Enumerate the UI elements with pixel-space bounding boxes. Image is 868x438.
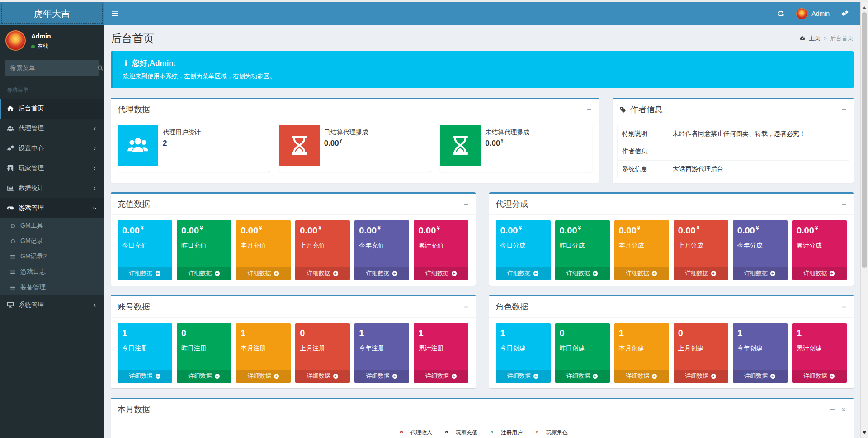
detail-data-link[interactable]: 详细数据 bbox=[414, 370, 468, 383]
detail-data-link[interactable]: 详细数据 bbox=[354, 370, 409, 383]
sidebar-search bbox=[5, 60, 99, 76]
detail-data-link[interactable]: 详细数据 bbox=[496, 370, 551, 383]
stat-value: 0.00¥ bbox=[122, 225, 168, 236]
arrow-circle-right-icon bbox=[651, 373, 657, 379]
breadcrumb-home-link[interactable] bbox=[799, 35, 806, 42]
breadcrumb-home-link[interactable]: 主页 bbox=[809, 34, 821, 43]
arrow-circle-right-icon bbox=[711, 373, 717, 379]
collapse-icon[interactable] bbox=[841, 304, 847, 310]
sidebar-item-players[interactable]: 玩家管理 bbox=[0, 158, 104, 178]
sidebar-item-home[interactable]: 后台首页 bbox=[0, 99, 104, 119]
recharge-data-box: 充值数据 0.00¥ 今日充值 详细数据 0.00¥ 昨日充值 详细数据 0.0… bbox=[111, 192, 476, 286]
stat-label: 昨日分成 bbox=[560, 242, 605, 250]
arrow-circle-right-icon bbox=[333, 373, 339, 379]
sidebar-item-equipment[interactable]: 装备管理 bbox=[0, 280, 104, 295]
detail-data-link[interactable]: 详细数据 bbox=[733, 267, 788, 280]
collapse-icon[interactable] bbox=[586, 107, 592, 113]
arrow-circle-right-icon bbox=[770, 373, 776, 379]
sidebar-item-stats[interactable]: 数据统计 bbox=[0, 178, 104, 198]
search-input[interactable] bbox=[5, 60, 97, 76]
stat-value: 0 bbox=[560, 328, 605, 338]
sidebar-item-system[interactable]: 系统管理 bbox=[0, 295, 104, 315]
detail-data-link[interactable]: 详细数据 bbox=[236, 370, 291, 383]
detail-data-link[interactable]: 详细数据 bbox=[792, 267, 847, 280]
detail-data-link[interactable]: 详细数据 bbox=[555, 370, 610, 383]
arrow-circle-right-icon bbox=[214, 271, 220, 276]
info-box: 未结算代理提成 0.00¥ bbox=[440, 125, 592, 172]
sidebar-item-agents[interactable]: 代理管理 bbox=[0, 119, 104, 138]
scroll-up-arrow-icon[interactable] bbox=[863, 6, 866, 9]
refresh-icon[interactable] bbox=[777, 10, 784, 17]
stat-label: 今日分成 bbox=[500, 242, 546, 250]
detail-data-link[interactable]: 详细数据 bbox=[496, 267, 551, 280]
stat-label: 今日注册 bbox=[122, 344, 168, 352]
sidebar-item-games[interactable]: 游戏管理 bbox=[0, 198, 104, 218]
stat-small-box: 0.00¥ 昨日充值 详细数据 bbox=[177, 220, 231, 280]
chart-legend-item[interactable]: 玩家角色 bbox=[532, 429, 568, 437]
gears-icon[interactable] bbox=[841, 10, 849, 17]
collapse-icon[interactable] bbox=[841, 107, 847, 113]
collapse-icon[interactable] bbox=[463, 304, 469, 310]
detail-data-link[interactable]: 详细数据 bbox=[792, 370, 847, 383]
stat-label: 累计充值 bbox=[418, 242, 464, 250]
circle-icon bbox=[10, 238, 16, 244]
close-icon[interactable] bbox=[841, 407, 847, 413]
detail-data-link[interactable]: 详细数据 bbox=[177, 267, 231, 280]
detail-data-link[interactable]: 详细数据 bbox=[614, 370, 669, 383]
sidebar-toggle-button[interactable] bbox=[104, 2, 126, 25]
stat-value: 0.00¥ bbox=[737, 225, 783, 236]
stat-value: 1 bbox=[359, 328, 405, 338]
collapse-icon[interactable] bbox=[830, 407, 835, 413]
stat-small-box: 0 上月创建 详细数据 bbox=[674, 323, 728, 383]
tag-icon bbox=[619, 106, 626, 113]
gamepad-icon bbox=[7, 205, 14, 212]
collapse-icon[interactable] bbox=[463, 201, 469, 207]
callout-title: 您好,Admin: bbox=[132, 58, 176, 68]
detail-data-link[interactable]: 详细数据 bbox=[414, 267, 468, 280]
detail-data-link[interactable]: 详细数据 bbox=[674, 267, 728, 280]
arrow-circle-right-icon bbox=[392, 271, 398, 276]
role-data-box: 角色数据 1 今日创建 详细数据 0 昨日创建 详细数据 1 本月创建 bbox=[489, 295, 854, 388]
vertical-scrollbar[interactable] bbox=[860, 2, 868, 438]
collapse-icon[interactable] bbox=[841, 201, 847, 207]
detail-data-link[interactable]: 详细数据 bbox=[177, 370, 231, 383]
stat-small-box: 1 累计创建 详细数据 bbox=[792, 323, 847, 383]
arrow-circle-right-icon bbox=[451, 271, 457, 276]
detail-data-link[interactable]: 详细数据 bbox=[236, 267, 291, 280]
info-box-value: 2 bbox=[163, 138, 201, 148]
chart-legend-item[interactable]: 代理收入 bbox=[396, 429, 432, 437]
arrow-circle-right-icon bbox=[711, 271, 717, 276]
detail-data-link[interactable]: 详细数据 bbox=[118, 267, 172, 280]
detail-data-link[interactable]: 详细数据 bbox=[295, 267, 350, 280]
detail-data-link[interactable]: 详细数据 bbox=[354, 267, 409, 280]
detail-data-link[interactable]: 详细数据 bbox=[674, 370, 728, 383]
scrollbar-thumb[interactable] bbox=[862, 12, 867, 268]
search-icon[interactable] bbox=[97, 60, 104, 76]
app-logo[interactable]: 虎年大吉 bbox=[0, 2, 104, 25]
stat-label: 昨日创建 bbox=[560, 344, 605, 352]
arrow-circle-right-icon bbox=[770, 271, 776, 276]
scroll-down-arrow-icon[interactable] bbox=[863, 431, 866, 434]
detail-data-link[interactable]: 详细数据 bbox=[118, 370, 172, 383]
sidebar-menu: 后台首页 代理管理 设置中心 玩家管理 数据统计 游戏管理 GM工具 GM记录 … bbox=[0, 99, 104, 315]
chart-legend-item[interactable]: 注册用户 bbox=[487, 429, 523, 437]
hourglass-icon bbox=[440, 125, 481, 166]
stat-label: 上月分成 bbox=[678, 242, 724, 250]
navbar-user-menu[interactable]: Admin bbox=[796, 8, 830, 19]
sidebar-item-game-log[interactable]: 游戏日志 bbox=[0, 264, 104, 280]
sidebar-item-gm-log[interactable]: GM记录 bbox=[0, 233, 104, 249]
legend-line-marker bbox=[442, 430, 453, 436]
circle-icon bbox=[10, 223, 16, 229]
sidebar-item-settings[interactable]: 设置中心 bbox=[0, 138, 104, 158]
author-row-value: 未经作者同意禁止任何倒卖、转载，违者必究！ bbox=[668, 125, 849, 143]
chart-legend-item[interactable]: 玩家充值 bbox=[442, 429, 477, 437]
info-icon bbox=[123, 60, 129, 67]
stat-value: 0.00¥ bbox=[500, 225, 546, 236]
info-box: 已结算代理提成 0.00¥ bbox=[279, 125, 431, 172]
detail-data-link[interactable]: 详细数据 bbox=[555, 267, 610, 280]
sidebar-item-gm-tools[interactable]: GM工具 bbox=[0, 218, 104, 233]
sidebar-item-gm-log2[interactable]: GM记录2 bbox=[0, 249, 104, 264]
detail-data-link[interactable]: 详细数据 bbox=[614, 267, 669, 280]
detail-data-link[interactable]: 详细数据 bbox=[295, 370, 350, 383]
detail-data-link[interactable]: 详细数据 bbox=[733, 370, 788, 383]
